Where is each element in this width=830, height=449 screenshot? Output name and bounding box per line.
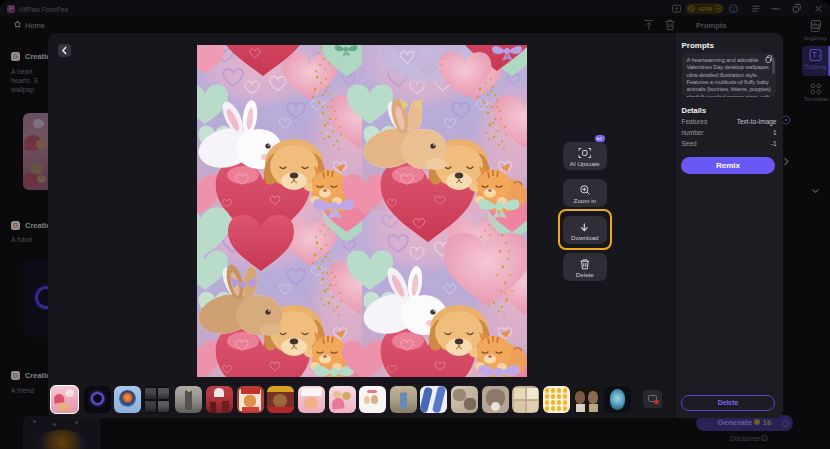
svg-text:AI Upscale: AI Upscale <box>570 160 600 167</box>
svg-text:Download: Download <box>571 234 599 241</box>
svg-text:i: i <box>764 436 765 441</box>
svg-text:img2img: img2img <box>804 35 827 41</box>
svg-text:P: P <box>690 6 694 12</box>
svg-text:Zoom in: Zoom in <box>574 197 597 204</box>
svg-text:Prompts: Prompts <box>696 21 726 30</box>
svg-text:4246: 4246 <box>699 6 713 12</box>
svg-text:Delete: Delete <box>576 271 594 278</box>
svg-text:Txt2img: Txt2img <box>805 64 826 70</box>
svg-text:Template: Template <box>804 96 829 102</box>
